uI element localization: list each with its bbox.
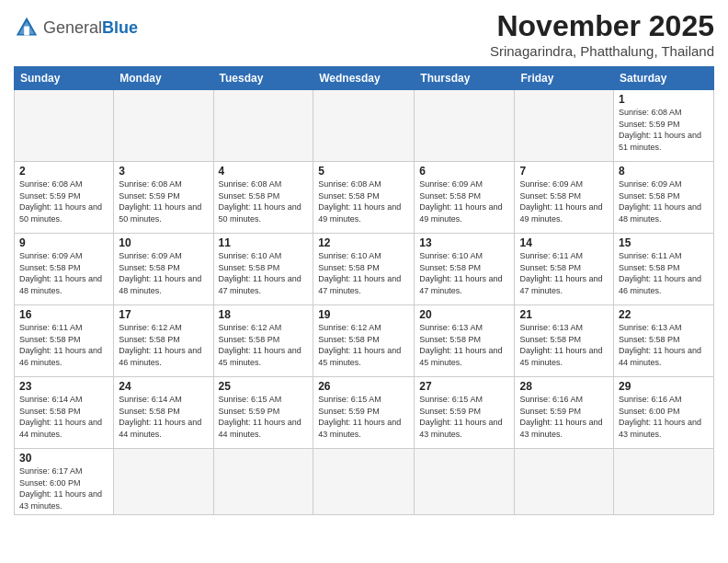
page-title: November 2025 [490, 9, 714, 43]
calendar-cell [213, 449, 313, 515]
day-number: 8 [619, 165, 709, 178]
calendar-cell [213, 90, 313, 162]
calendar-cell: 19Sunrise: 6:12 AM Sunset: 5:58 PM Dayli… [313, 305, 415, 377]
calendar-cell: 13Sunrise: 6:10 AM Sunset: 5:58 PM Dayli… [415, 234, 515, 305]
calendar-cell: 21Sunrise: 6:13 AM Sunset: 5:58 PM Dayli… [515, 305, 614, 377]
day-info: Sunrise: 6:11 AM Sunset: 5:58 PM Dayligh… [519, 250, 609, 296]
weekday-header-wednesday: Wednesday [313, 67, 415, 90]
calendar-cell: 16Sunrise: 6:11 AM Sunset: 5:58 PM Dayli… [15, 305, 114, 377]
day-info: Sunrise: 6:08 AM Sunset: 5:59 PM Dayligh… [19, 178, 108, 224]
day-info: Sunrise: 6:13 AM Sunset: 5:58 PM Dayligh… [619, 322, 709, 368]
weekday-header-thursday: Thursday [415, 67, 515, 90]
calendar-cell: 14Sunrise: 6:11 AM Sunset: 5:58 PM Dayli… [515, 234, 614, 305]
day-number: 4 [219, 165, 309, 178]
calendar-cell: 28Sunrise: 6:16 AM Sunset: 5:59 PM Dayli… [515, 377, 614, 449]
calendar-cell: 29Sunrise: 6:16 AM Sunset: 6:00 PM Dayli… [614, 377, 714, 449]
calendar-cell: 3Sunrise: 6:08 AM Sunset: 5:59 PM Daylig… [114, 162, 213, 234]
weekday-header-monday: Monday [114, 67, 213, 90]
calendar-cell: 24Sunrise: 6:14 AM Sunset: 5:58 PM Dayli… [114, 377, 213, 449]
day-number: 11 [219, 236, 309, 249]
day-info: Sunrise: 6:09 AM Sunset: 5:58 PM Dayligh… [119, 250, 208, 296]
calendar-cell: 15Sunrise: 6:11 AM Sunset: 5:58 PM Dayli… [614, 234, 714, 305]
weekday-header-sunday: Sunday [15, 67, 114, 90]
day-info: Sunrise: 6:10 AM Sunset: 5:58 PM Dayligh… [318, 250, 409, 296]
day-info: Sunrise: 6:14 AM Sunset: 5:58 PM Dayligh… [19, 394, 108, 440]
day-info: Sunrise: 6:12 AM Sunset: 5:58 PM Dayligh… [318, 322, 409, 368]
calendar-cell: 26Sunrise: 6:15 AM Sunset: 5:59 PM Dayli… [313, 377, 415, 449]
day-number: 29 [619, 380, 709, 393]
day-info: Sunrise: 6:15 AM Sunset: 5:59 PM Dayligh… [318, 394, 409, 440]
calendar-cell: 8Sunrise: 6:09 AM Sunset: 5:58 PM Daylig… [614, 162, 714, 234]
day-info: Sunrise: 6:15 AM Sunset: 5:59 PM Dayligh… [419, 394, 509, 440]
day-info: Sunrise: 6:10 AM Sunset: 5:58 PM Dayligh… [419, 250, 509, 296]
calendar-cell: 12Sunrise: 6:10 AM Sunset: 5:58 PM Dayli… [313, 234, 415, 305]
calendar-cell: 2Sunrise: 6:08 AM Sunset: 5:59 PM Daylig… [15, 162, 114, 234]
calendar-cell: 4Sunrise: 6:08 AM Sunset: 5:58 PM Daylig… [213, 162, 313, 234]
calendar-cell: 27Sunrise: 6:15 AM Sunset: 5:59 PM Dayli… [415, 377, 515, 449]
calendar-cell [415, 90, 515, 162]
day-number: 20 [419, 308, 509, 321]
page-subtitle: Srinagarindra, Phatthalung, Thailand [490, 43, 714, 59]
weekday-header-tuesday: Tuesday [213, 67, 313, 90]
day-info: Sunrise: 6:08 AM Sunset: 5:58 PM Dayligh… [219, 178, 309, 224]
day-number: 21 [519, 308, 609, 321]
day-number: 7 [519, 165, 609, 178]
calendar-cell: 5Sunrise: 6:08 AM Sunset: 5:58 PM Daylig… [313, 162, 415, 234]
weekday-header-saturday: Saturday [614, 67, 714, 90]
day-info: Sunrise: 6:13 AM Sunset: 5:58 PM Dayligh… [419, 322, 509, 368]
day-info: Sunrise: 6:16 AM Sunset: 5:59 PM Dayligh… [519, 394, 609, 440]
day-number: 9 [19, 236, 108, 249]
day-number: 2 [19, 165, 108, 178]
calendar-cell: 23Sunrise: 6:14 AM Sunset: 5:58 PM Dayli… [15, 377, 114, 449]
calendar-table: SundayMondayTuesdayWednesdayThursdayFrid… [14, 66, 714, 515]
day-number: 24 [119, 380, 208, 393]
day-info: Sunrise: 6:12 AM Sunset: 5:58 PM Dayligh… [219, 322, 309, 368]
logo-icon [14, 15, 40, 40]
day-number: 18 [219, 308, 309, 321]
day-number: 23 [19, 380, 108, 393]
calendar-week-row: 2Sunrise: 6:08 AM Sunset: 5:59 PM Daylig… [15, 162, 714, 234]
calendar-cell: 9Sunrise: 6:09 AM Sunset: 5:58 PM Daylig… [15, 234, 114, 305]
day-info: Sunrise: 6:09 AM Sunset: 5:58 PM Dayligh… [519, 178, 609, 224]
day-info: Sunrise: 6:08 AM Sunset: 5:59 PM Dayligh… [619, 107, 709, 153]
day-info: Sunrise: 6:11 AM Sunset: 5:58 PM Dayligh… [619, 250, 709, 296]
calendar-cell [313, 90, 415, 162]
day-number: 25 [219, 380, 309, 393]
day-number: 26 [318, 380, 409, 393]
day-number: 6 [419, 165, 509, 178]
calendar-cell [114, 449, 213, 515]
logo-text: GeneralBlue [43, 19, 138, 37]
calendar-week-row: 9Sunrise: 6:09 AM Sunset: 5:58 PM Daylig… [15, 234, 714, 305]
day-number: 1 [619, 93, 709, 106]
day-info: Sunrise: 6:13 AM Sunset: 5:58 PM Dayligh… [519, 322, 609, 368]
calendar-cell [114, 90, 213, 162]
day-info: Sunrise: 6:15 AM Sunset: 5:59 PM Dayligh… [219, 394, 309, 440]
calendar-cell: 6Sunrise: 6:09 AM Sunset: 5:58 PM Daylig… [415, 162, 515, 234]
day-info: Sunrise: 6:09 AM Sunset: 5:58 PM Dayligh… [419, 178, 509, 224]
svg-rect-2 [24, 27, 29, 36]
day-info: Sunrise: 6:11 AM Sunset: 5:58 PM Dayligh… [19, 322, 108, 368]
calendar-cell: 11Sunrise: 6:10 AM Sunset: 5:58 PM Dayli… [213, 234, 313, 305]
day-number: 3 [119, 165, 208, 178]
day-info: Sunrise: 6:08 AM Sunset: 5:59 PM Dayligh… [119, 178, 208, 224]
calendar-cell: 7Sunrise: 6:09 AM Sunset: 5:58 PM Daylig… [515, 162, 614, 234]
day-number: 5 [318, 165, 409, 178]
logo: GeneralBlue [14, 15, 138, 40]
calendar-cell: 1Sunrise: 6:08 AM Sunset: 5:59 PM Daylig… [614, 90, 714, 162]
day-info: Sunrise: 6:08 AM Sunset: 5:58 PM Dayligh… [318, 178, 409, 224]
day-info: Sunrise: 6:16 AM Sunset: 6:00 PM Dayligh… [619, 394, 709, 440]
calendar-cell [515, 449, 614, 515]
calendar-cell: 10Sunrise: 6:09 AM Sunset: 5:58 PM Dayli… [114, 234, 213, 305]
day-info: Sunrise: 6:17 AM Sunset: 6:00 PM Dayligh… [19, 465, 108, 511]
day-number: 17 [119, 308, 208, 321]
day-number: 12 [318, 236, 409, 249]
page: GeneralBlue November 2025 Srinagarindra,… [0, 0, 728, 563]
day-number: 27 [419, 380, 509, 393]
weekday-header-friday: Friday [515, 67, 614, 90]
day-info: Sunrise: 6:09 AM Sunset: 5:58 PM Dayligh… [619, 178, 709, 224]
day-number: 28 [519, 380, 609, 393]
header: GeneralBlue November 2025 Srinagarindra,… [14, 9, 714, 59]
calendar-cell: 18Sunrise: 6:12 AM Sunset: 5:58 PM Dayli… [213, 305, 313, 377]
calendar-cell [515, 90, 614, 162]
day-number: 19 [318, 308, 409, 321]
